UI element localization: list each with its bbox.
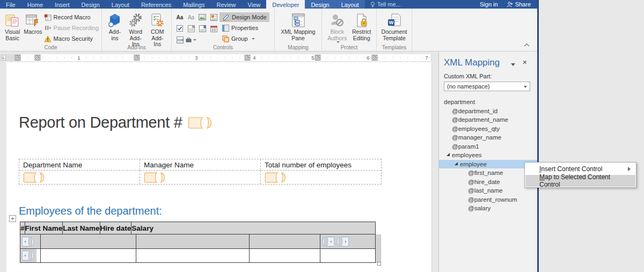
employee-table-cell[interactable] — [136, 249, 250, 262]
table-move-handle[interactable]: + — [9, 215, 16, 222]
info-table-value-cell[interactable] — [140, 171, 261, 184]
repeating-section-start-tag-icon[interactable] — [21, 237, 35, 247]
table-column-marker[interactable] — [134, 55, 140, 61]
collapse-ribbon-button[interactable] — [524, 39, 530, 49]
document-title[interactable]: Report on Department # — [19, 114, 216, 131]
employee-table-header-cell[interactable]: Salary — [131, 222, 153, 234]
repeating-section-start-tag-icon[interactable] — [21, 251, 35, 261]
xml-tree-item[interactable]: @parent_rownum — [439, 195, 537, 204]
rich-text-control-button[interactable]: Aa — [174, 12, 185, 23]
employee-table-header-cell[interactable]: # — [20, 222, 25, 234]
legacy-tools-button[interactable] — [186, 34, 196, 45]
employee-table-cell[interactable] — [136, 234, 250, 248]
building-block-gallery-button[interactable] — [208, 12, 219, 23]
macro-security-button[interactable]: Macro Security — [44, 34, 99, 43]
tell-me-box[interactable]: Tell me... — [365, 0, 406, 9]
checkbox-control-button[interactable] — [174, 23, 185, 34]
com-add-ins-button[interactable]: COM Add-Ins — [146, 11, 169, 48]
expand-triangle-icon[interactable] — [455, 162, 458, 165]
add-ins-button[interactable]: Add-ins — [105, 11, 125, 41]
content-control-tag-pair[interactable] — [188, 117, 216, 129]
info-table-value-cell[interactable] — [261, 171, 381, 184]
employee-table-header-cell[interactable]: Hire date — [100, 222, 132, 234]
xml-tree-item[interactable]: employee — [439, 160, 537, 169]
xml-tree-item[interactable]: @manager_name — [439, 133, 537, 142]
xml-tree-item[interactable]: department — [439, 98, 537, 107]
employee-table-cell[interactable] — [41, 234, 136, 248]
xml-tree-item[interactable]: @salary — [439, 204, 537, 213]
xml-tree-item[interactable]: employees — [439, 151, 537, 160]
pane-options-caret-icon[interactable] — [511, 63, 515, 66]
plain-text-control-button[interactable]: Aa — [186, 12, 196, 23]
employee-table-header-cell[interactable]: Last Name — [63, 222, 100, 234]
block-authors-button[interactable]: Block Authors — [325, 11, 349, 43]
xml-tree-item[interactable]: @department_id — [439, 107, 537, 116]
ribbon: Visual Basic Macros Record Macro Pau — [0, 9, 537, 52]
ribbon-tab[interactable]: File — [0, 0, 21, 9]
employee-table-header-cell[interactable]: First Name — [25, 222, 63, 234]
xml-tree-item[interactable]: @first_name — [439, 168, 537, 178]
ribbon-tab[interactable]: Developer — [266, 0, 305, 9]
employee-table-cell[interactable] — [250, 234, 320, 248]
word-add-ins-button[interactable]: Word Add-Ins — [125, 11, 147, 48]
section-heading[interactable]: Employees of the department: — [19, 205, 162, 217]
dropdown-list-control-button[interactable] — [197, 23, 208, 34]
employee-table-cell[interactable] — [20, 249, 41, 262]
horizontal-ruler[interactable]: L 134567 — [0, 53, 438, 62]
ribbon-tab[interactable]: Design — [76, 0, 106, 9]
xml-tree-item[interactable]: @param1 — [439, 142, 537, 151]
table-resize-handle[interactable] — [377, 262, 381, 266]
date-picker-control-button[interactable] — [208, 23, 219, 34]
restrict-editing-button[interactable]: Restrict Editing — [349, 11, 374, 41]
share-button[interactable]: Share — [504, 0, 537, 9]
properties-button[interactable]: Properties — [222, 23, 269, 33]
info-table-header-cell[interactable]: Department Name — [19, 159, 140, 170]
employee-table-cell[interactable] — [250, 249, 320, 262]
xml-mapping-pane-button[interactable]: XML Mapping Pane — [277, 11, 319, 41]
table-column-marker[interactable] — [35, 55, 41, 61]
table-column-marker[interactable] — [372, 55, 378, 61]
info-table-header-cell[interactable]: Total number of employees — [261, 159, 381, 170]
design-mode-button[interactable]: Design Mode — [219, 12, 269, 22]
record-macro-button[interactable]: Record Macro — [44, 12, 99, 22]
macros-button[interactable]: Macros — [22, 11, 43, 35]
employee-table-cell[interactable] — [320, 249, 375, 262]
combo-box-control-button[interactable] — [186, 23, 196, 34]
employee-table-cell[interactable] — [320, 234, 375, 248]
pane-close-icon[interactable]: × — [523, 58, 527, 66]
xml-tree-item[interactable]: @hire_date — [439, 178, 537, 187]
group-button[interactable]: Group — [222, 34, 269, 43]
info-table-value-cell[interactable] — [19, 171, 140, 184]
ribbon-tab[interactable]: View — [242, 0, 267, 9]
repeating-section-control-button[interactable] — [174, 34, 185, 45]
custom-xml-part-dropdown[interactable]: (no namespace) — [444, 82, 530, 91]
content-control-end-tag-icon[interactable] — [321, 237, 335, 247]
xml-tree-item[interactable]: @employees_qty — [439, 124, 537, 134]
expand-triangle-icon[interactable] — [447, 153, 450, 156]
table-column-marker[interactable] — [245, 55, 251, 61]
repeating-section-end-tag-icon[interactable] — [336, 237, 349, 247]
xml-tree-item[interactable]: @last_name — [439, 186, 537, 195]
picture-control-button[interactable] — [197, 12, 208, 23]
table-column-marker[interactable] — [315, 55, 321, 61]
employee-table-cell[interactable] — [41, 249, 136, 262]
ribbon-tab[interactable]: Layout — [335, 0, 365, 9]
ribbon-tab[interactable]: References — [135, 0, 177, 9]
employee-table-cell[interactable] — [20, 234, 41, 248]
sign-in-button[interactable]: Sign in — [473, 0, 504, 9]
ribbon-tab[interactable]: Review — [211, 0, 242, 9]
context-menu-item[interactable]: Map to Selected Content Control — [525, 175, 635, 187]
table-column-marker[interactable] — [15, 55, 21, 61]
ribbon-tab[interactable]: Insert — [49, 0, 76, 9]
ribbon-tab[interactable]: Design — [305, 0, 335, 9]
info-table-header-cell[interactable]: Manager Name — [140, 159, 261, 170]
xml-tree-item[interactable]: @department_name — [439, 115, 537, 124]
ribbon-tab[interactable]: Layout — [106, 0, 135, 9]
document-template-button[interactable]: W Document Template — [379, 11, 409, 41]
ribbon-tab[interactable]: Home — [21, 0, 49, 9]
macros-label: Macros — [24, 29, 42, 35]
visual-basic-button[interactable]: Visual Basic — [3, 11, 22, 41]
pause-recording-button[interactable]: Pause Recording — [44, 23, 99, 33]
document-page[interactable]: Report on Department # Department NameMa… — [6, 62, 432, 272]
ribbon-tab[interactable]: Mailings — [177, 0, 210, 9]
